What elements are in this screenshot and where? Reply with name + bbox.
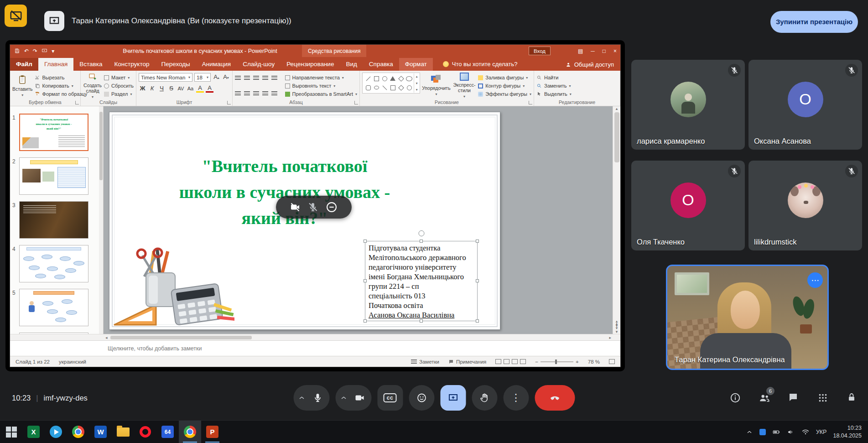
zoom-out-icon[interactable]: −: [535, 359, 538, 365]
file-explorer-icon[interactable]: [112, 421, 134, 443]
tab-file[interactable]: Файл: [10, 58, 38, 71]
rotate-handle[interactable]: [418, 230, 424, 236]
align-right-icon[interactable]: [253, 91, 259, 96]
comments-toggle-button[interactable]: Примечания: [448, 359, 486, 365]
copy-button[interactable]: Копировать▾: [35, 82, 88, 90]
paste-button[interactable]: Вставить ▾: [12, 73, 33, 99]
host-controls-button[interactable]: [846, 392, 858, 404]
resize-handle[interactable]: [364, 319, 367, 323]
zoom-slider-knob[interactable]: [555, 360, 557, 364]
participant-tile[interactable]: О Оля Ткаченко: [631, 161, 745, 250]
language-switcher[interactable]: УКР: [816, 429, 827, 435]
shape-effects-button[interactable]: Эффекты фигуры▾: [478, 90, 531, 98]
minimize-icon[interactable]: ─: [591, 48, 595, 54]
chrome-active-icon[interactable]: [179, 421, 201, 443]
font-name-combo[interactable]: Times New Roman▾: [139, 73, 192, 82]
tab-view[interactable]: Вид: [340, 58, 363, 71]
bullets-icon[interactable]: [235, 76, 241, 80]
zoom-control[interactable]: − +: [535, 359, 578, 365]
vertical-scrollbar[interactable]: ▴ ▴▴ ▾▾ ▾: [613, 106, 620, 334]
maximize-icon[interactable]: □: [603, 48, 606, 54]
camera-off-icon[interactable]: [290, 202, 301, 213]
chat-button[interactable]: [788, 392, 800, 404]
present-button-active[interactable]: [440, 385, 466, 411]
notes-toggle-button[interactable]: Заметки: [411, 359, 439, 365]
close-icon[interactable]: ×: [613, 48, 617, 54]
zoom-level[interactable]: 78 %: [588, 359, 600, 365]
shape-fill-button[interactable]: Заливка фигуры▾: [478, 73, 531, 82]
end-call-button[interactable]: [535, 385, 575, 411]
tab-help[interactable]: Справка: [363, 58, 399, 71]
decrease-indent-icon[interactable]: [253, 76, 259, 80]
next-slide-button[interactable]: ▾▾: [616, 325, 618, 329]
mic-options-chevron-icon[interactable]: [296, 394, 308, 402]
resize-handle[interactable]: [420, 240, 423, 243]
tab-transitions[interactable]: Переходы: [155, 58, 196, 71]
reactions-button[interactable]: [409, 385, 434, 411]
hidden-icons-chevron-icon[interactable]: [746, 428, 753, 436]
align-center-icon[interactable]: [244, 91, 250, 96]
credits-text-box[interactable]: Підготувала студентка Мелітопольського д…: [365, 241, 478, 321]
resize-handle[interactable]: [420, 319, 423, 323]
reading-view-icon[interactable]: [512, 359, 518, 364]
slideshow-icon[interactable]: [42, 48, 47, 54]
participant-tile[interactable]: О Оксана Асанова: [748, 60, 862, 150]
quick-styles-button[interactable]: Экспресс-стили ▾: [452, 73, 477, 99]
scroll-down-icon[interactable]: ▾: [616, 329, 618, 334]
scrollbar-thumb[interactable]: [614, 112, 619, 162]
more-options-button[interactable]: ⋮: [503, 385, 529, 411]
fit-to-window-icon[interactable]: [609, 359, 615, 364]
smartart-button[interactable]: Преобразовать в SmartArt▾: [285, 90, 357, 98]
battery-icon[interactable]: [772, 428, 780, 436]
resize-handle[interactable]: [364, 240, 367, 243]
chrome-icon[interactable]: [67, 421, 89, 443]
text-direction-button[interactable]: Направление текста▾: [285, 73, 357, 82]
slide-title[interactable]: "Вчитель початкової школи в сучасних умо…: [117, 153, 452, 231]
camera-button[interactable]: [335, 385, 371, 411]
align-text-button[interactable]: Выровнять текст▾: [285, 82, 357, 90]
scroll-left-icon[interactable]: ◂: [105, 335, 108, 340]
align-left-icon[interactable]: [235, 91, 241, 96]
start-button[interactable]: [0, 421, 22, 443]
slide-thumbnail-3[interactable]: 3: [10, 201, 103, 245]
word-icon[interactable]: W: [89, 421, 112, 443]
mic-button[interactable]: [293, 385, 329, 411]
share-button[interactable]: Общий доступ: [565, 61, 614, 68]
tab-slideshow[interactable]: Слайд-шоу: [237, 58, 281, 71]
horizontal-scrollbar[interactable]: ◂ ▸: [10, 334, 620, 340]
numbering-icon[interactable]: [244, 76, 250, 80]
shrink-font-button[interactable]: А▾: [222, 74, 230, 80]
character-spacing-button[interactable]: AV: [177, 86, 185, 91]
scroll-up-icon[interactable]: ▴: [616, 106, 618, 111]
tell-me-search[interactable]: Что вы хотите сделать?: [443, 61, 518, 71]
line-spacing-icon[interactable]: [271, 76, 277, 80]
slide-thumbnail-2[interactable]: 2: [10, 157, 103, 201]
font-color-button[interactable]: А: [206, 85, 213, 93]
language-indicator[interactable]: украинский: [59, 359, 86, 365]
undo-icon[interactable]: ↶: [24, 48, 29, 54]
activities-button[interactable]: [817, 392, 829, 404]
reset-button[interactable]: Сбросить: [104, 82, 134, 90]
participant-tile[interactable]: lilikdrumstick: [748, 161, 862, 250]
highlight-color-button[interactable]: А: [196, 85, 204, 93]
section-button[interactable]: Раздел▾: [104, 90, 134, 98]
slide-thumbnail-5[interactable]: 5: [10, 289, 103, 333]
taskbar-clock[interactable]: 10:23 18.04.2025: [833, 424, 862, 439]
redo-icon[interactable]: ↷: [33, 48, 37, 54]
mic-off-icon[interactable]: [307, 202, 318, 213]
customize-qat-icon[interactable]: ▾: [52, 48, 54, 54]
resize-handle[interactable]: [364, 279, 367, 282]
arrange-button[interactable]: Упорядочить ▾: [422, 73, 450, 99]
layout-button[interactable]: Макет▾: [104, 73, 134, 82]
cut-button[interactable]: Вырезать: [35, 73, 88, 82]
slideshow-view-icon[interactable]: [520, 359, 526, 364]
tile-options-button[interactable]: ⋯: [807, 272, 823, 288]
slide-thumbnail-1[interactable]: 1 "Вчитель початковоїшколи в сучасних ум…: [10, 114, 103, 157]
change-case-button[interactable]: Aa: [187, 86, 194, 91]
justify-icon[interactable]: [262, 91, 268, 96]
dialog-launcher-icon[interactable]: [354, 101, 358, 104]
powerpoint-icon[interactable]: P: [201, 421, 223, 443]
thumbnail-scrollbar[interactable]: [99, 106, 103, 334]
self-view-tile[interactable]: ⋯ Таран Катерина Олександрівна: [666, 265, 829, 370]
excel-icon[interactable]: X: [22, 421, 45, 443]
